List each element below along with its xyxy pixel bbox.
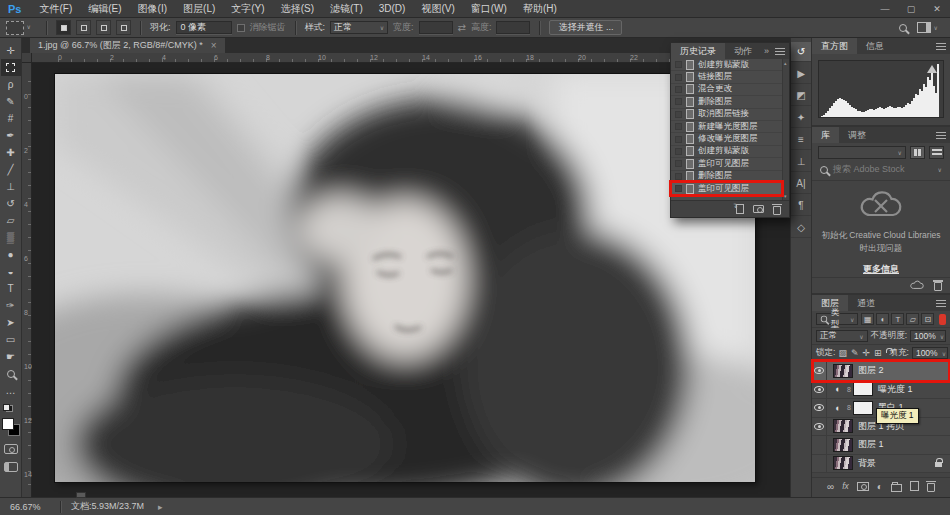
more-info-link[interactable]: 更多信息 [863, 263, 899, 276]
shape-tool[interactable]: ▭ [1, 331, 21, 348]
layer-row[interactable]: ◐8黑白 1曝光度 1 [812, 399, 950, 418]
opacity-select[interactable]: 100%∨ [910, 330, 946, 342]
new-document-from-state-icon[interactable] [736, 204, 744, 214]
history-item[interactable]: 混合更改 [671, 84, 782, 96]
new-adjustment-layer-icon[interactable]: ◐ [877, 481, 883, 492]
3d-panel-icon[interactable]: ◇ [791, 218, 811, 238]
tool-preset-picker[interactable] [6, 21, 24, 35]
history-item[interactable]: 新建曝光度图层 [671, 121, 782, 133]
subtract-selection-mode-button[interactable] [96, 20, 111, 35]
new-layer-icon[interactable] [910, 481, 919, 491]
menu-item-图层[interactable]: 图层(L) [175, 0, 223, 18]
layer-thumbnail[interactable] [833, 419, 853, 433]
delete-library-item-icon[interactable] [934, 282, 942, 291]
layer-thumbnail[interactable] [833, 364, 853, 378]
style-select[interactable]: 正常∨ [330, 21, 388, 34]
filter-on-toggle[interactable] [939, 314, 946, 325]
feather-input[interactable]: 0 像素 [176, 21, 232, 34]
workspace-switcher[interactable]: ∨ [917, 22, 938, 33]
canvas-image[interactable] [55, 74, 755, 482]
new-group-icon[interactable] [891, 484, 902, 492]
history-source-checkbox[interactable] [675, 123, 682, 130]
status-options-chevron[interactable]: ▸ [158, 502, 163, 512]
library-tab-1[interactable]: 调整 [839, 127, 875, 143]
delete-state-icon[interactable] [773, 206, 781, 215]
history-panel-icon[interactable]: ↺ [791, 42, 811, 62]
fill-select[interactable]: 100%∨ [912, 347, 948, 359]
close-button[interactable]: ✕ [924, 0, 950, 18]
menu-item-窗口[interactable]: 窗口(W) [463, 0, 515, 18]
maximize-button[interactable]: ▢ [898, 0, 924, 18]
new-snapshot-icon[interactable] [753, 205, 764, 213]
menu-item-文件[interactable]: 文件(F) [31, 0, 80, 18]
filter-smart-objects-icon[interactable]: ⊡ [921, 313, 934, 325]
height-input[interactable] [496, 21, 530, 34]
dodge-tool[interactable]: ◒ [1, 263, 21, 280]
width-input[interactable] [419, 21, 453, 34]
eyedropper-tool[interactable]: ✒ [1, 127, 21, 144]
layer-row[interactable]: 图层 1 [812, 436, 950, 455]
minimize-button[interactable]: — [872, 0, 898, 18]
histogram-tab-1[interactable]: 信息 [857, 38, 893, 54]
layer-visibility-toggle[interactable] [812, 418, 827, 436]
history-tab-1[interactable]: 动作 [725, 43, 761, 59]
horizontal-scrollbar-thumb[interactable] [76, 492, 86, 498]
library-search-field[interactable]: 搜索 Adobe Stock ∨ [812, 161, 950, 181]
filter-adjustment-layers-icon[interactable]: ◐ [876, 313, 889, 325]
layer-visibility-toggle[interactable] [812, 399, 827, 417]
layer-mask-thumbnail[interactable] [853, 382, 873, 396]
lock-paint-icon[interactable]: ✎ [851, 348, 859, 358]
sync-library-icon[interactable] [909, 280, 925, 291]
foreground-color-swatch[interactable] [2, 418, 14, 430]
history-tab-0[interactable]: 历史记录 [671, 43, 725, 59]
character-panel-icon[interactable]: A| [791, 174, 811, 194]
add-layer-mask-icon[interactable] [857, 482, 869, 491]
menu-item-选择[interactable]: 选择(S) [273, 0, 322, 18]
intersect-selection-mode-button[interactable] [116, 20, 131, 35]
history-brush-tool[interactable]: ↺ [1, 195, 21, 212]
quick-mask-button[interactable] [4, 444, 18, 454]
hand-tool[interactable]: ☛ [1, 348, 21, 365]
color-swatches[interactable] [2, 418, 20, 436]
edit-toolbar-button[interactable]: … [1, 382, 21, 399]
actions-panel-icon[interactable]: ▶ [791, 64, 811, 84]
antialias-checkbox[interactable] [237, 24, 245, 32]
history-source-checkbox[interactable] [675, 98, 682, 105]
histogram-tab-0[interactable]: 直方图 [812, 38, 857, 54]
eraser-tool[interactable]: ▱ [1, 212, 21, 229]
history-item[interactable]: 删除图层 [671, 171, 782, 183]
brush-settings-panel-icon[interactable]: ≡ [791, 130, 811, 150]
paragraph-panel-icon[interactable]: ¶ [791, 196, 811, 216]
history-scrollbar[interactable] [782, 59, 789, 200]
close-tab-icon[interactable]: × [211, 40, 217, 51]
lock-transparency-icon[interactable]: ▨ [838, 348, 847, 358]
layer-visibility-toggle[interactable] [812, 362, 827, 380]
history-item[interactable]: 创建剪贴蒙版 [671, 59, 782, 71]
brush-tool[interactable]: ╱ [1, 161, 21, 178]
history-source-checkbox[interactable] [675, 111, 682, 118]
link-layers-icon[interactable]: ∞ [827, 481, 834, 492]
pen-tool[interactable]: ✑ [1, 297, 21, 314]
menu-item-文字[interactable]: 文字(Y) [223, 0, 272, 18]
menu-item-3D[interactable]: 3D(D) [371, 0, 414, 18]
select-and-mask-button[interactable]: 选择并遮住 ... [549, 20, 622, 35]
history-source-checkbox[interactable] [675, 74, 682, 81]
history-item[interactable]: 盖印可见图层 [671, 158, 782, 170]
properties-panel-icon[interactable]: ◩ [791, 86, 811, 106]
filter-shape-layers-icon[interactable]: ▱ [906, 313, 919, 325]
marquee-tool[interactable] [1, 59, 21, 76]
history-item[interactable]: 链接图层 [671, 71, 782, 83]
history-item[interactable]: 修改曝光度图层 [671, 133, 782, 145]
layer-effects-icon[interactable]: fx [842, 481, 849, 491]
crop-tool[interactable]: # [1, 110, 21, 127]
layer-row[interactable]: 背景 [812, 455, 950, 474]
grid-view-button[interactable] [910, 146, 925, 159]
gradient-tool[interactable]: ▒ [1, 229, 21, 246]
history-item[interactable]: 删除图层 [671, 96, 782, 108]
type-tool[interactable]: T [1, 280, 21, 297]
lasso-tool[interactable]: ρ [1, 76, 21, 93]
layers-tab-1[interactable]: 通道 [848, 295, 884, 311]
layer-visibility-toggle[interactable] [812, 455, 827, 473]
menu-item-编辑[interactable]: 编辑(E) [80, 0, 129, 18]
search-icon[interactable] [899, 24, 907, 32]
